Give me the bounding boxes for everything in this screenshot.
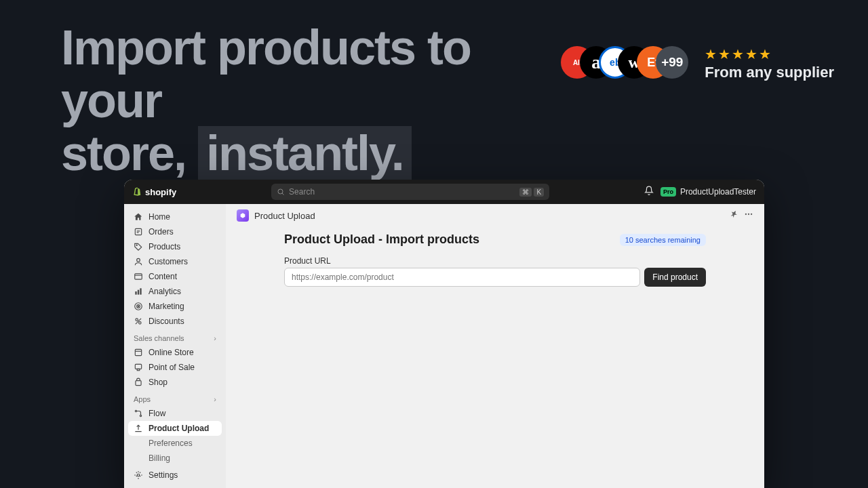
star-icon: ★ xyxy=(732,46,744,62)
sidebar-item-product-upload[interactable]: Product Upload xyxy=(128,421,222,436)
sidebar-item-label: Point of Sale xyxy=(149,363,195,372)
user-name: ProductUploadTester xyxy=(680,187,756,197)
app-window: shopify Search ⌘ K Pro ProductUploadTest… xyxy=(124,180,764,488)
product-url-input[interactable] xyxy=(284,268,640,287)
chevron-right-icon: › xyxy=(214,334,216,342)
svg-point-24 xyxy=(751,214,752,215)
searches-remaining-badge: 10 searches remaining xyxy=(620,234,706,246)
svg-point-3 xyxy=(136,245,137,245)
svg-rect-8 xyxy=(140,288,141,294)
more-suppliers-badge: +99 xyxy=(656,46,688,79)
pro-badge: Pro xyxy=(660,187,676,197)
upload-icon xyxy=(134,424,143,433)
sidebar-section-channels[interactable]: Sales channels › xyxy=(128,329,222,345)
sidebar-item-pos[interactable]: Point of Sale xyxy=(128,360,222,375)
sidebar-item-label: Billing xyxy=(149,453,170,463)
search-input[interactable]: Search ⌘ K xyxy=(271,184,549,200)
shortcut-key: K xyxy=(534,188,544,197)
hero-line1: Import products to your xyxy=(61,20,471,127)
star-icon: ★ xyxy=(759,46,771,62)
sidebar-item-customers[interactable]: Customers xyxy=(128,254,222,269)
sidebar-item-label: Preferences xyxy=(149,439,193,448)
find-product-button[interactable]: Find product xyxy=(644,268,706,287)
sidebar-item-label: Orders xyxy=(149,227,174,237)
svg-rect-5 xyxy=(135,274,142,279)
svg-point-13 xyxy=(139,322,142,325)
svg-rect-18 xyxy=(136,381,141,386)
sidebar-item-settings[interactable]: Settings xyxy=(128,468,222,483)
sidebar-item-products[interactable]: Products xyxy=(128,239,222,254)
content-icon xyxy=(134,272,143,281)
discounts-icon xyxy=(134,317,143,326)
svg-rect-7 xyxy=(138,290,139,295)
app-icon xyxy=(237,209,249,222)
svg-rect-15 xyxy=(135,349,141,355)
sidebar-item-preferences[interactable]: Preferences xyxy=(128,436,222,451)
sidebar-item-marketing[interactable]: Marketing xyxy=(128,299,222,314)
sidebar-item-discounts[interactable]: Discounts xyxy=(128,314,222,329)
orders-icon xyxy=(134,227,143,237)
sidebar-item-label: Shop xyxy=(149,378,167,387)
svg-point-20 xyxy=(140,415,141,416)
star-icon: ★ xyxy=(705,46,717,62)
notifications-button[interactable] xyxy=(644,186,654,198)
svg-point-21 xyxy=(137,474,140,476)
home-icon xyxy=(134,212,143,222)
sidebar-item-label: Flow xyxy=(149,409,165,418)
brand-logo[interactable]: shopify xyxy=(132,186,176,197)
chevron-right-icon: › xyxy=(214,395,216,403)
brand-text: shopify xyxy=(145,187,176,197)
sidebar-item-label: Discounts xyxy=(149,317,184,326)
sidebar-item-home[interactable]: Home xyxy=(128,209,222,224)
sidebar-item-online-store[interactable]: Online Store xyxy=(128,345,222,360)
sidebar-item-label: Analytics xyxy=(149,287,181,296)
sidebar-item-label: Home xyxy=(149,212,170,222)
sidebar-item-label: Products xyxy=(149,242,180,251)
page-title: Product Upload - Import products xyxy=(284,232,479,247)
pin-button[interactable] xyxy=(729,209,738,222)
suppliers-block: Ali a eb w Et +99 ★ ★ ★ ★ ★ From any sup… xyxy=(561,46,834,81)
svg-rect-16 xyxy=(135,364,141,369)
search-placeholder: Search xyxy=(289,187,315,197)
svg-point-22 xyxy=(745,214,747,215)
svg-point-12 xyxy=(136,319,138,321)
svg-line-14 xyxy=(136,319,141,324)
search-icon xyxy=(277,188,285,196)
svg-point-19 xyxy=(135,410,136,411)
svg-point-23 xyxy=(748,214,749,215)
sidebar-item-label: Customers xyxy=(149,257,188,266)
hero-line2b: instantly. xyxy=(198,126,412,180)
sidebar: Home Orders Products Customers Content A… xyxy=(124,204,226,488)
rating-stars: ★ ★ ★ ★ ★ xyxy=(705,46,834,62)
star-icon: ★ xyxy=(718,46,730,62)
sidebar-item-label: Online Store xyxy=(149,348,194,357)
sidebar-item-label: Product Upload xyxy=(149,424,209,433)
sidebar-item-flow[interactable]: Flow xyxy=(128,406,222,421)
supplier-text: From any supplier xyxy=(705,64,834,81)
analytics-icon xyxy=(134,287,143,296)
shopify-icon xyxy=(132,186,142,197)
marketing-icon xyxy=(134,302,143,311)
user-menu[interactable]: Pro ProductUploadTester xyxy=(660,187,756,197)
shop-icon xyxy=(134,378,143,387)
sidebar-item-shop[interactable]: Shop xyxy=(128,375,222,390)
svg-rect-6 xyxy=(135,291,136,295)
pin-icon xyxy=(729,209,738,219)
pos-icon xyxy=(134,363,143,372)
star-icon: ★ xyxy=(745,46,757,62)
customers-icon xyxy=(134,257,143,266)
sidebar-item-orders[interactable]: Orders xyxy=(128,224,222,239)
app-name: Product Upload xyxy=(254,211,315,221)
topbar: shopify Search ⌘ K Pro ProductUploadTest… xyxy=(124,180,764,204)
more-button[interactable] xyxy=(744,209,753,222)
flow-icon xyxy=(134,409,143,418)
sidebar-item-billing[interactable]: Billing xyxy=(128,451,222,466)
page-header: Product Upload xyxy=(226,204,764,227)
sidebar-item-content[interactable]: Content xyxy=(128,269,222,284)
sidebar-item-label: Content xyxy=(149,272,177,281)
svg-point-4 xyxy=(137,258,140,262)
svg-point-0 xyxy=(278,189,283,194)
sidebar-section-apps[interactable]: Apps › xyxy=(128,390,222,406)
sidebar-item-analytics[interactable]: Analytics xyxy=(128,284,222,299)
svg-rect-17 xyxy=(137,369,140,370)
